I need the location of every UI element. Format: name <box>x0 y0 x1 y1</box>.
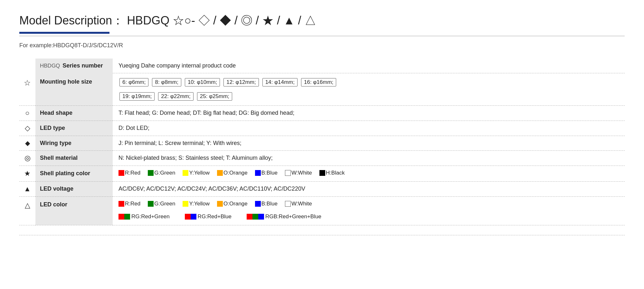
color-blue: B:Blue <box>255 170 278 176</box>
badge-16: 16: φ16mm; <box>301 78 336 86</box>
color-black: H:Black <box>319 170 345 176</box>
mounting-hole-label2 <box>35 91 113 106</box>
model-description-table: HBDGQ Series number Yueqing Dahe company… <box>19 59 625 225</box>
rgb-blue-swatch <box>258 214 264 220</box>
rb-blue-swatch <box>191 214 196 220</box>
bottom-divider <box>19 235 625 235</box>
shell-plating-label: Shell plating color <box>35 166 113 181</box>
series-prefix: HBDGQ <box>40 63 60 69</box>
led-color-white: W:White <box>285 201 312 207</box>
led-yellow-swatch <box>183 201 188 207</box>
led-color-icon2 <box>19 213 35 225</box>
led-color-red: R:Red <box>118 201 140 207</box>
rg-red-swatch <box>118 214 124 220</box>
head-shape-label: Head shape <box>35 105 113 121</box>
led-color-yellow: Y:Yellow <box>183 201 210 207</box>
badge-6: 6: φ6mm; <box>119 78 148 86</box>
mounting-hole-icon2 <box>19 91 35 106</box>
led-voltage-value: AC/DC6V; AC/DC12V; AC/DC24V; AC/DC36V; A… <box>113 181 625 196</box>
shell-plating-color-row: ★ Shell plating color R:Red G:Green Y:Ye… <box>19 166 625 181</box>
series-value: Yueqing Dahe company internal product co… <box>113 59 625 73</box>
led-color-icon: △ <box>19 196 35 213</box>
badge-14: 14: φ14mm; <box>262 78 298 86</box>
yellow-swatch <box>183 170 188 176</box>
color-yellow: Y:Yellow <box>183 170 210 176</box>
red-swatch <box>118 170 124 176</box>
color-white: W:White <box>285 170 312 176</box>
rgb-green-swatch <box>252 214 258 220</box>
black-swatch <box>319 170 325 176</box>
series-label: Series number <box>62 62 103 69</box>
head-shape-row: ○ Head shape T: Flat head; G: Dome head;… <box>19 105 625 121</box>
led-color-orange: O:Orange <box>217 201 248 207</box>
led-green-swatch <box>148 201 154 207</box>
wiring-type-label: Wiring type <box>35 136 113 150</box>
head-shape-value: T: Flat head; G: Dome head; DT: Big flat… <box>113 105 625 121</box>
shell-material-row: ◎ Shell material N: Nickel-plated brass;… <box>19 150 625 166</box>
rb-swatch-pair <box>185 214 198 220</box>
badge-19: 19: φ19mm; <box>119 92 155 101</box>
rg-swatch-pair <box>118 214 131 220</box>
shell-plating-value: R:Red G:Green Y:Yellow O:Orange B:Blue W… <box>113 166 625 181</box>
rgb-swatch-pair <box>247 214 265 220</box>
led-color-rgb: RGB:Red+Green+Blue <box>247 213 321 220</box>
led-type-label: LED type <box>35 121 113 136</box>
led-type-row: ◇ LED type D: Dot LED; <box>19 121 625 136</box>
led-voltage-label: LED voltage <box>35 181 113 196</box>
white-swatch <box>285 170 291 176</box>
mounting-hole-value-top: 6: φ6mm; 8: φ8mm; 10: φ10mm; 12: φ12mm; … <box>113 73 625 91</box>
rb-red-swatch <box>185 214 191 220</box>
led-color-rb: RG:Red+Blue <box>185 213 232 220</box>
wiring-type-value: J: Pin terminal; L: Screw terminal; Y: W… <box>113 136 625 150</box>
led-color-rg: RG:Red+Green <box>118 213 170 220</box>
wiring-type-icon: ◆ <box>19 136 35 150</box>
color-orange: O:Orange <box>217 170 248 176</box>
led-type-value: D: Dot LED; <box>113 121 625 136</box>
mounting-hole-value-bot: 19: φ19mm; 22: φ22mm; 25: φ25mm; <box>113 91 625 106</box>
badge-8: 8: φ8mm; <box>152 78 181 86</box>
led-voltage-row: ▲ LED voltage AC/DC6V; AC/DC12V; AC/DC24… <box>19 181 625 196</box>
shell-material-label: Shell material <box>35 150 113 166</box>
led-color-value-bot: RG:Red+Green RG:Red+Blue RGB:Red+Green+B… <box>113 213 625 225</box>
blue-bar <box>19 32 109 34</box>
shell-material-icon: ◎ <box>19 150 35 166</box>
badge-25: 25: φ25mm; <box>197 92 232 101</box>
led-red-swatch <box>118 201 124 207</box>
led-color-value-top: R:Red G:Green Y:Yellow O:Orange B:Blue W… <box>113 196 625 213</box>
badge-22: 22: φ22mm; <box>158 92 193 101</box>
led-voltage-icon: ▲ <box>19 181 35 196</box>
rgb-red-swatch <box>247 214 252 220</box>
badge-12: 12: φ12mm; <box>223 78 259 86</box>
mounting-hole-label: Mounting hole size <box>35 73 113 91</box>
color-red: R:Red <box>118 170 140 176</box>
led-blue-swatch <box>255 201 261 207</box>
led-color-label2 <box>35 213 113 225</box>
mounting-hole-row-bot: 19: φ19mm; 22: φ22mm; 25: φ25mm; <box>19 91 625 106</box>
led-orange-swatch <box>217 201 223 207</box>
example-text: For example:HBDGQ8T-D/J/S/DC12V/R <box>19 42 625 49</box>
green-swatch <box>148 170 154 176</box>
led-color-row-top: △ LED color R:Red G:Green Y:Yellow O:Ora… <box>19 196 625 213</box>
page-title: Model Description： HBDGQ ☆○- ◇ / ◆ / ◎ /… <box>19 13 625 29</box>
led-color-blue: B:Blue <box>255 201 278 207</box>
color-green: G:Green <box>148 170 175 176</box>
led-color-row-bot: RG:Red+Green RG:Red+Blue RGB:Red+Green+B… <box>19 213 625 225</box>
series-row: HBDGQ Series number Yueqing Dahe company… <box>19 59 625 73</box>
badge-10: 10: φ10mm; <box>185 78 220 86</box>
led-white-swatch <box>285 201 291 207</box>
series-label-cell: HBDGQ Series number <box>35 59 113 73</box>
gray-bar <box>19 36 625 36</box>
shell-plating-icon: ★ <box>19 166 35 181</box>
head-shape-icon: ○ <box>19 105 35 121</box>
mounting-hole-row-top: ☆ Mounting hole size 6: φ6mm; 8: φ8mm; 1… <box>19 73 625 91</box>
blue-swatch <box>255 170 261 176</box>
shell-material-value: N: Nickel-plated brass; S: Stainless ste… <box>113 150 625 166</box>
led-type-icon: ◇ <box>19 121 35 136</box>
led-color-label: LED color <box>35 196 113 213</box>
orange-swatch <box>217 170 223 176</box>
mounting-hole-icon: ☆ <box>19 73 35 91</box>
led-color-green: G:Green <box>148 201 175 207</box>
series-icon-cell <box>19 59 35 73</box>
rg-green-swatch <box>124 214 130 220</box>
wiring-type-row: ◆ Wiring type J: Pin terminal; L: Screw … <box>19 136 625 150</box>
